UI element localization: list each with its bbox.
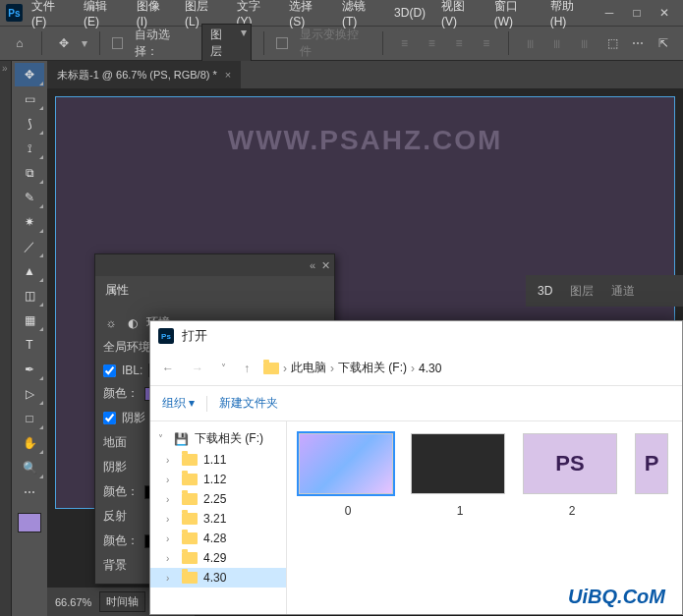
stamp-tool[interactable]: ▲: [15, 259, 44, 283]
close-button[interactable]: ✕: [652, 3, 677, 23]
ground-color-label: 颜色：: [103, 483, 139, 500]
eraser-tool[interactable]: ◫: [15, 284, 44, 308]
nav-up-icon[interactable]: ↑: [240, 358, 254, 379]
drive-icon: 💾: [174, 432, 189, 446]
menu-view[interactable]: 视图(V): [434, 0, 485, 30]
thumb-label: 0: [345, 504, 352, 518]
nav-forward-icon[interactable]: →: [188, 358, 207, 379]
move-tool-icon[interactable]: ✥: [54, 33, 74, 53]
sun-icon[interactable]: ☼: [103, 315, 119, 331]
home-icon[interactable]: ⌂: [10, 33, 29, 53]
shadow-checkbox[interactable]: [103, 412, 116, 424]
ground-shadow-label: 阴影: [103, 459, 127, 476]
marquee-tool[interactable]: ▭: [15, 87, 44, 111]
align-icon-3[interactable]: ≡: [449, 33, 469, 53]
tree-folder[interactable]: ›2.25: [150, 489, 286, 509]
menu-3d[interactable]: 3D(D): [387, 4, 432, 22]
maximize-button[interactable]: □: [624, 3, 650, 23]
ibl-label: IBL:: [122, 364, 142, 377]
close-tab-icon[interactable]: ×: [225, 69, 231, 81]
tree-folder[interactable]: ›4.28: [150, 529, 286, 548]
more-icon[interactable]: ⋯: [628, 33, 648, 53]
tab-channels[interactable]: 通道: [611, 283, 635, 300]
thumb-label: 2: [569, 504, 576, 518]
auto-select-checkbox[interactable]: [112, 37, 124, 49]
tab-layers[interactable]: 图层: [570, 283, 594, 300]
hand-tool[interactable]: ✋: [15, 431, 44, 455]
reflect-label: 反射: [103, 508, 127, 525]
tree-folder[interactable]: ›1.12: [150, 470, 286, 489]
menu-edit[interactable]: 编辑(E): [77, 0, 128, 30]
edit-toolbar[interactable]: ⋯: [15, 480, 44, 504]
thumb-preview: [299, 433, 393, 494]
show-transform-label: 显示变换控件: [300, 27, 370, 60]
shape-tool[interactable]: □: [15, 407, 44, 430]
type-tool[interactable]: T: [15, 333, 44, 357]
minimize-button[interactable]: ─: [597, 3, 622, 23]
file-thumb-2[interactable]: 2: [523, 433, 621, 518]
pen-tool[interactable]: ✒: [15, 358, 44, 381]
breadcrumb[interactable]: › 此电脑 › 下载相关 (F:) › 4.30: [263, 360, 441, 376]
timeline-button[interactable]: 时间轴: [99, 591, 145, 612]
file-thumb-0[interactable]: 0: [299, 433, 397, 518]
tree-drive[interactable]: ˅ 💾 下载相关 (F:): [150, 427, 286, 450]
align-icon[interactable]: ≡: [395, 33, 415, 53]
foreground-color[interactable]: [18, 513, 41, 532]
crumb-2[interactable]: 4.30: [419, 362, 441, 375]
crumb-1[interactable]: 下载相关 (F:): [338, 360, 407, 376]
move-tool[interactable]: ✥: [15, 63, 44, 86]
menu-image[interactable]: 图像(I): [130, 0, 176, 30]
lasso-tool[interactable]: ⟆: [15, 112, 44, 136]
properties-tab[interactable]: 属性: [95, 276, 334, 305]
tree-folder[interactable]: ›4.29: [150, 548, 286, 568]
file-thumb-3[interactable]: [635, 433, 670, 504]
menu-help[interactable]: 帮助(H): [543, 0, 595, 30]
crumb-0[interactable]: 此电脑: [291, 360, 326, 376]
nav-recent-icon[interactable]: ˅: [217, 359, 230, 377]
zoom-tool[interactable]: 🔍: [15, 456, 44, 479]
tree-folder[interactable]: ›3.21: [150, 509, 286, 529]
file-thumb-1[interactable]: 1: [411, 433, 509, 518]
auto-select-dropdown[interactable]: 图层: [201, 24, 253, 63]
menu-file[interactable]: 文件(F): [25, 0, 75, 30]
tree-folder[interactable]: ›1.11: [150, 450, 286, 470]
share-icon[interactable]: ⇱: [654, 33, 673, 53]
menu-window[interactable]: 窗口(W): [487, 0, 541, 30]
nav-back-icon[interactable]: ←: [158, 358, 178, 379]
panel-close-icon[interactable]: ✕: [321, 259, 330, 272]
zoom-level[interactable]: 66.67%: [55, 596, 91, 608]
dialog-nav: ← → ˅ ↑ › 此电脑 › 下载相关 (F:) › 4.30: [150, 351, 682, 386]
distribute-icon-3[interactable]: ⫼: [575, 33, 595, 53]
panel-collapse-icon[interactable]: «: [310, 259, 315, 271]
eyedropper-tool[interactable]: ✎: [15, 186, 44, 209]
3d-mode-icon[interactable]: ⬚: [602, 33, 622, 53]
ibl-checkbox[interactable]: [103, 364, 116, 377]
bulb-icon[interactable]: ◐: [125, 315, 141, 331]
distribute-icon[interactable]: ⫼: [521, 33, 541, 53]
app-logo: Ps: [6, 4, 23, 22]
reflect-color-label: 颜色：: [103, 532, 139, 549]
organize-button[interactable]: 组织 ▾: [162, 395, 195, 412]
align-icon-4[interactable]: ≡: [477, 33, 496, 53]
bg-label: 背景: [103, 557, 127, 574]
document-tab[interactable]: 未标题-1 @ 66.7% (PS, RGB/8) * ×: [47, 61, 241, 88]
collapsed-panel-strip[interactable]: »: [0, 61, 12, 616]
document-title: 未标题-1 @ 66.7% (PS, RGB/8) *: [57, 68, 217, 83]
gradient-tool[interactable]: ▦: [15, 308, 44, 332]
brush-tool[interactable]: ／: [15, 235, 44, 258]
menu-select[interactable]: 选择(S): [282, 0, 333, 30]
tab-3d[interactable]: 3D: [538, 284, 552, 298]
distribute-icon-2[interactable]: ⫼: [547, 33, 567, 53]
new-folder-button[interactable]: 新建文件夹: [219, 395, 278, 412]
tree-folder-selected[interactable]: ›4.30: [150, 568, 286, 588]
auto-select-label: 自动选择：: [135, 27, 193, 60]
thumb-preview: [411, 433, 505, 494]
menu-filter[interactable]: 滤镜(T): [335, 0, 385, 30]
show-transform-checkbox[interactable]: [276, 37, 288, 49]
path-select-tool[interactable]: ▷: [15, 382, 44, 406]
quick-select-tool[interactable]: ⟟: [15, 137, 44, 160]
align-icon-2[interactable]: ≡: [422, 33, 441, 53]
healing-tool[interactable]: ✷: [15, 210, 44, 234]
dialog-app-icon: Ps: [158, 328, 174, 344]
crop-tool[interactable]: ⧉: [15, 161, 44, 185]
